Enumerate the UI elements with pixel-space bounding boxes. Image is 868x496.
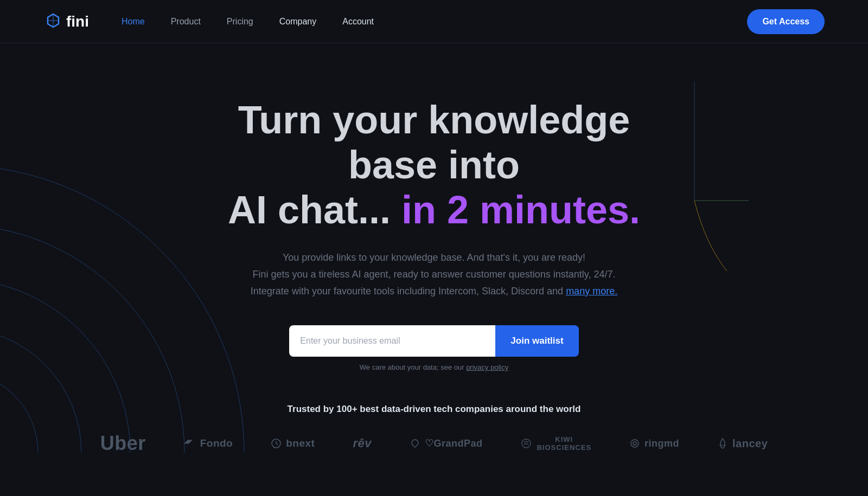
nav-links: Home Product Pricing Company Account bbox=[122, 17, 747, 27]
many-more-link[interactable]: many more. bbox=[566, 286, 617, 297]
lancey-icon bbox=[717, 437, 728, 449]
trusted-title: Trusted by 100+ best data-driven tech co… bbox=[0, 404, 868, 415]
hero-title-line2: AI chat... bbox=[228, 188, 391, 231]
trusted-logos: Uber Fondo bnext rêv ♡GrandPad bbox=[0, 432, 868, 455]
kiwi-icon bbox=[520, 437, 532, 449]
logo-ringmd: ringmd bbox=[629, 438, 679, 449]
grandpad-icon bbox=[410, 438, 420, 449]
ringmd-icon bbox=[629, 438, 640, 449]
hero-title-line1: Turn your knowledge base into bbox=[238, 98, 630, 186]
join-waitlist-button[interactable]: Join waitlist bbox=[495, 325, 578, 357]
nav-company[interactable]: Company bbox=[279, 17, 316, 27]
nav-home[interactable]: Home bbox=[122, 17, 145, 27]
privacy-note: We care about your data; see our privacy… bbox=[360, 363, 508, 371]
fondo-icon bbox=[184, 439, 196, 448]
trusted-section: Trusted by 100+ best data-driven tech co… bbox=[0, 404, 868, 455]
email-input[interactable] bbox=[289, 325, 495, 357]
hero-title: Turn your knowledge base into AI chat...… bbox=[190, 98, 678, 232]
logo[interactable]: fini bbox=[43, 12, 89, 31]
logo-uber: Uber bbox=[100, 432, 146, 455]
hero-subtitle: You provide links to your knowledge base… bbox=[251, 249, 617, 299]
nav-pricing[interactable]: Pricing bbox=[227, 17, 253, 27]
hero-subtitle-line1: You provide links to your knowledge base… bbox=[283, 252, 585, 263]
logo-icon bbox=[43, 12, 63, 31]
nav-product[interactable]: Product bbox=[171, 17, 201, 27]
hero-subtitle-line3: Integrate with your favourite tools incl… bbox=[251, 286, 617, 297]
logo-rev: rêv bbox=[353, 436, 372, 450]
navbar: fini Home Product Pricing Company Accoun… bbox=[0, 0, 868, 43]
logo-kiwi: KIWIBIOSCIENCES bbox=[520, 435, 591, 452]
svg-point-9 bbox=[633, 442, 636, 445]
logo-bnext: bnext bbox=[271, 437, 315, 449]
privacy-policy-link[interactable]: privacy policy bbox=[466, 363, 508, 371]
get-access-button[interactable]: Get Access bbox=[747, 9, 825, 34]
hero-subtitle-line2: Fini gets you a tireless AI agent, ready… bbox=[252, 269, 615, 280]
logo-fondo: Fondo bbox=[184, 437, 233, 449]
logo-grandpad: ♡GrandPad bbox=[410, 437, 483, 449]
logo-lancey: lancey bbox=[717, 437, 768, 450]
email-form: Join waitlist bbox=[289, 325, 578, 357]
bnext-icon bbox=[271, 438, 282, 449]
hero-section: Turn your knowledge base into AI chat...… bbox=[0, 43, 868, 371]
svg-point-8 bbox=[631, 440, 639, 447]
hero-title-highlight: in 2 minutes. bbox=[401, 188, 640, 231]
nav-account[interactable]: Account bbox=[342, 17, 374, 27]
logo-text: fini bbox=[66, 13, 89, 30]
